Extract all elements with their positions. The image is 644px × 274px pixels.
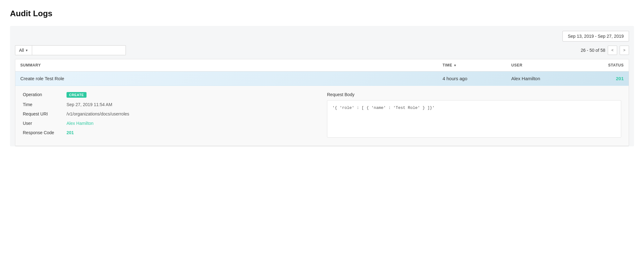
- response-code-label: Response Code: [23, 130, 67, 135]
- response-code-value: 201: [67, 130, 74, 135]
- request-body-label: Request Body: [327, 92, 621, 97]
- filter-dropdown-label: All: [19, 48, 24, 53]
- row-time-cell: 4 hours ago: [443, 76, 511, 81]
- user-value[interactable]: Alex Hamilton: [67, 121, 93, 126]
- audit-log-table: SUMMARY TIME ▼ USER STATUS Create role T…: [15, 59, 629, 146]
- detail-user-row: User Alex Hamilton: [23, 121, 312, 126]
- table-row[interactable]: Create role Test Role 4 hours ago Alex H…: [15, 71, 629, 86]
- operation-label: Operation: [23, 92, 67, 97]
- request-body-value: '{ 'role' : [ { 'name' : 'Test Role' } ]…: [327, 100, 621, 138]
- filter-dropdown[interactable]: All ▼: [15, 45, 32, 55]
- detail-response-row: Response Code 201: [23, 130, 312, 135]
- th-user: USER: [511, 63, 574, 67]
- chevron-right-icon: >: [623, 48, 625, 52]
- detail-panel: Operation CREATE Time Sep 27, 2019 11:54…: [15, 86, 629, 146]
- row-summary-cell: Create role Test Role: [20, 76, 443, 81]
- pagination: 26 - 50 of 58 < >: [581, 46, 629, 55]
- detail-uri-row: Request URI /v1/organizations/docs/userr…: [23, 111, 312, 116]
- table-header: SUMMARY TIME ▼ USER STATUS: [15, 59, 629, 71]
- operation-badge: CREATE: [67, 92, 87, 98]
- page-title: Audit Logs: [10, 9, 634, 18]
- time-label: Time: [23, 102, 67, 107]
- th-status: STATUS: [574, 63, 624, 67]
- pagination-prev-button[interactable]: <: [608, 46, 617, 55]
- detail-operation-row: Operation CREATE: [23, 92, 312, 98]
- sort-arrow-icon: ▼: [453, 64, 457, 67]
- th-summary: SUMMARY: [20, 63, 443, 67]
- user-label: User: [23, 121, 67, 126]
- th-time: TIME ▼: [443, 63, 511, 67]
- chevron-down-icon: ▼: [25, 49, 28, 52]
- detail-right: Request Body '{ 'role' : [ { 'name' : 'T…: [322, 92, 621, 139]
- detail-time-row: Time Sep 27, 2019 11:54 AM: [23, 102, 312, 107]
- search-input[interactable]: [32, 45, 126, 55]
- request-uri-value: /v1/organizations/docs/userroles: [67, 111, 129, 116]
- pagination-next-button[interactable]: >: [620, 46, 629, 55]
- detail-left: Operation CREATE Time Sep 27, 2019 11:54…: [23, 92, 322, 139]
- row-status-cell: 201: [574, 76, 624, 81]
- time-value: Sep 27, 2019 11:54 AM: [67, 102, 112, 107]
- pagination-info: 26 - 50 of 58: [581, 48, 605, 53]
- date-range-button[interactable]: Sep 13, 2019 - Sep 27, 2019: [562, 31, 629, 42]
- row-user-cell: Alex Hamilton: [511, 76, 574, 81]
- chevron-left-icon: <: [611, 48, 613, 52]
- request-uri-label: Request URI: [23, 111, 67, 116]
